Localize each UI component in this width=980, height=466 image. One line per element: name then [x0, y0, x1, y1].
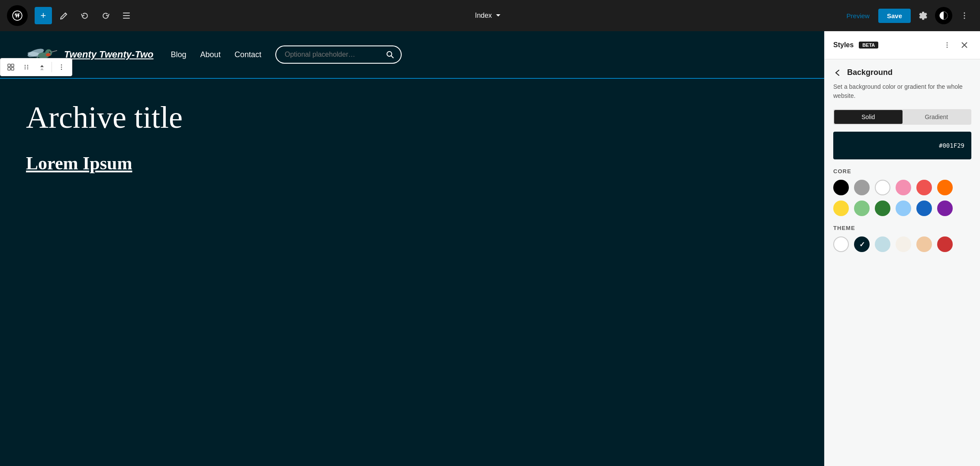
block-toolbar-move-up-button[interactable] — [35, 60, 49, 74]
nav-blog[interactable]: Blog — [171, 50, 187, 59]
more-vertical-icon — [944, 42, 951, 49]
svg-point-22 — [27, 65, 28, 66]
back-button[interactable] — [833, 68, 842, 77]
core-section-title: CORE — [833, 168, 971, 175]
drag-icon — [23, 64, 30, 71]
search-bar — [275, 45, 402, 64]
svg-point-24 — [27, 67, 28, 68]
search-submit-button[interactable] — [379, 45, 402, 64]
theme-color-theme-cream[interactable] — [896, 236, 911, 252]
more-vertical-icon — [960, 11, 969, 20]
svg-point-21 — [25, 65, 26, 66]
svg-point-27 — [61, 65, 62, 66]
background-section: Background Set a background color or gra… — [825, 59, 980, 466]
svg-point-32 — [947, 47, 948, 48]
add-block-button[interactable]: + — [35, 7, 52, 24]
core-color-green[interactable] — [875, 201, 890, 216]
styles-label: Styles — [833, 41, 854, 49]
panel-header-left: Styles Beta — [833, 41, 878, 49]
main-layout: Twenty Twenty-Two Blog About Contact — [0, 31, 980, 466]
index-dropdown-button[interactable]: Index — [470, 8, 506, 23]
background-description: Set a background color or gradient for t… — [833, 82, 971, 100]
theme-color-theme-dark[interactable] — [854, 236, 870, 252]
edit-button[interactable] — [55, 7, 73, 24]
core-color-light-green[interactable] — [854, 201, 870, 216]
svg-line-16 — [391, 56, 393, 58]
more-options-button[interactable] — [956, 7, 973, 24]
undo-button[interactable] — [76, 7, 93, 24]
close-icon — [961, 42, 968, 49]
core-color-yellow[interactable] — [833, 201, 849, 216]
contrast-button[interactable] — [935, 7, 952, 24]
site-title[interactable]: Twenty Twenty-Two — [64, 49, 154, 60]
svg-point-6 — [964, 18, 965, 19]
core-color-pink[interactable] — [896, 180, 911, 195]
more-options-icon — [58, 64, 65, 71]
main-toolbar: + Index — [0, 0, 980, 31]
lorem-ipsum-title: Lorem Ipsum — [26, 153, 798, 174]
core-color-blue[interactable] — [916, 201, 932, 216]
search-icon — [386, 51, 394, 58]
svg-point-25 — [25, 68, 26, 69]
gear-icon — [919, 11, 927, 20]
block-toolbar-drag-button[interactable] — [19, 60, 33, 74]
panel-close-button[interactable] — [957, 38, 971, 52]
chevron-down-icon — [495, 13, 501, 19]
solid-toggle-button[interactable]: Solid — [834, 110, 903, 124]
panel-header-right — [940, 38, 971, 52]
panel-header: Styles Beta — [825, 31, 980, 59]
core-color-white[interactable] — [875, 180, 890, 195]
core-color-purple[interactable] — [937, 201, 953, 216]
svg-point-5 — [964, 15, 965, 16]
core-color-black[interactable] — [833, 180, 849, 195]
preview-button[interactable]: Preview — [841, 9, 875, 23]
svg-point-31 — [947, 45, 948, 46]
site-header: Twenty Twenty-Two Blog About Contact — [0, 31, 824, 78]
nav-contact[interactable]: Contact — [235, 50, 261, 59]
theme-color-theme-white[interactable] — [833, 236, 849, 252]
color-preview[interactable]: #001F29 — [833, 132, 971, 159]
core-color-orange[interactable] — [937, 180, 953, 195]
toolbar-separator — [52, 62, 52, 72]
svg-point-15 — [387, 52, 392, 56]
index-label: Index — [475, 12, 492, 19]
redo-button[interactable] — [97, 7, 114, 24]
block-selected-area: Archive title Lorem Ipsum — [0, 78, 824, 200]
panel-more-button[interactable] — [940, 38, 954, 52]
wp-logo[interactable] — [7, 5, 28, 26]
archive-title: Archive title — [26, 100, 798, 136]
core-color-light-blue[interactable] — [896, 201, 911, 216]
nav-about[interactable]: About — [200, 50, 221, 59]
list-view-button[interactable] — [118, 7, 135, 24]
svg-rect-18 — [11, 64, 14, 67]
svg-rect-1 — [123, 15, 130, 16]
block-toolbar-group-button[interactable] — [4, 60, 18, 74]
svg-point-4 — [964, 13, 965, 14]
svg-rect-19 — [8, 68, 10, 70]
svg-point-23 — [25, 67, 26, 68]
settings-button[interactable] — [914, 7, 932, 24]
block-toolbar-more-button[interactable] — [55, 60, 68, 74]
block-toolbar-float — [0, 58, 72, 76]
svg-rect-0 — [123, 13, 130, 13]
theme-color-theme-peach[interactable] — [916, 236, 932, 252]
bg-section-header: Background — [833, 68, 971, 77]
theme-color-theme-red[interactable] — [937, 236, 953, 252]
search-input[interactable] — [275, 45, 379, 64]
svg-line-12 — [52, 51, 57, 52]
contrast-icon — [939, 11, 948, 20]
core-color-red[interactable] — [916, 180, 932, 195]
theme-color-theme-light-blue[interactable] — [875, 236, 890, 252]
toolbar-right: Preview Save — [841, 7, 973, 24]
site-nav: Blog About Contact — [171, 45, 798, 64]
svg-point-29 — [61, 69, 62, 70]
canvas-area: Twenty Twenty-Two Blog About Contact — [0, 31, 824, 466]
core-color-gray[interactable] — [854, 180, 870, 195]
svg-point-26 — [27, 68, 28, 69]
svg-point-28 — [61, 67, 62, 68]
svg-rect-20 — [11, 68, 14, 70]
save-button[interactable]: Save — [878, 9, 911, 23]
svg-rect-17 — [8, 64, 10, 67]
gradient-toggle-button[interactable]: Gradient — [903, 110, 971, 124]
svg-point-11 — [46, 53, 51, 56]
